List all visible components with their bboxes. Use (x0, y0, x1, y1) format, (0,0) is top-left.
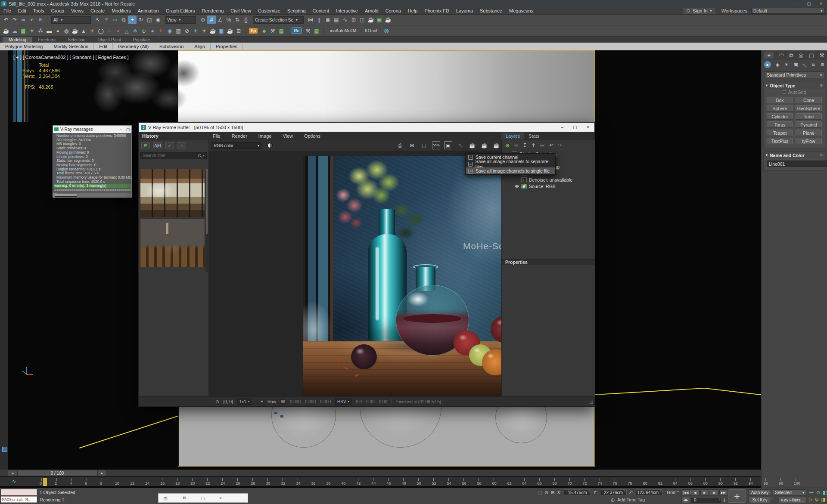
maximize-icon[interactable]: ▢ (201, 496, 205, 501)
teapot-primitive-icon[interactable]: ☕ (71, 27, 79, 35)
current-frame-field[interactable]: 0 (691, 497, 722, 503)
track-mouse-icon[interactable]: ↖ (456, 141, 464, 149)
y-coordinate-field[interactable]: 22.376cm (600, 489, 627, 495)
vfb-panel-tab[interactable]: Stats (524, 133, 544, 139)
select-and-move-icon[interactable]: + (128, 15, 137, 24)
history-scrollbar[interactable] (205, 169, 208, 272)
hsv-dropdown[interactable]: HSV ▾ (335, 399, 351, 405)
object-type-button[interactable]: Plane (796, 130, 822, 136)
ribbon-tab[interactable]: Object Paint (91, 37, 127, 43)
motion-capture-icon[interactable]: ◨ (821, 497, 825, 502)
ribbon-subtab[interactable]: Properties (211, 43, 243, 49)
quad-grid-icon[interactable]: ⊞ (234, 27, 243, 35)
shapes-icon[interactable]: ◈ (776, 62, 779, 68)
hierarchy-tab[interactable]: ⧉ (789, 52, 793, 59)
menu-item[interactable]: Corona (382, 8, 404, 13)
menu-item[interactable]: Animation (134, 8, 162, 13)
menu-item[interactable]: Civil View (227, 8, 254, 13)
selection-lock-icon[interactable]: ⊙ (816, 490, 820, 495)
create-tab[interactable]: + (764, 52, 774, 59)
vfb-menu-item[interactable]: Image (255, 133, 276, 139)
next-frame-arrow[interactable]: ▸ (97, 470, 107, 476)
grass-icon[interactable]: ψ (140, 27, 148, 35)
toolbar-plugin-label[interactable]: IDTool (361, 28, 381, 33)
layer-row[interactable]: ◐ Denoiser: unavailable (502, 176, 595, 183)
copy-icon[interactable]: ⧉ (183, 495, 186, 501)
ribbon-subtab[interactable]: Edit (94, 43, 113, 49)
box-primitive-icon[interactable]: ▬ (45, 27, 53, 35)
biped-icon[interactable]: ψ (815, 497, 818, 502)
isolate-selection-icon[interactable]: ⊶ (809, 490, 814, 495)
menu-item[interactable]: Rendering (199, 8, 227, 13)
utilities-tab[interactable]: ⚒ (819, 52, 824, 59)
name-color-header[interactable]: ▾ Name and Color ⊙ (764, 152, 825, 158)
menu-item[interactable]: Customize (255, 8, 284, 13)
vfb-menu-item[interactable]: View (279, 133, 297, 139)
forest-tools-icon[interactable]: ⚒ (268, 27, 277, 35)
render-region-icon[interactable]: ☕ (492, 141, 501, 149)
selection-region-icon[interactable]: ⬚ (538, 490, 542, 495)
railclone-icon[interactable]: Rc (292, 28, 302, 34)
rendered-frame-window-icon[interactable]: ▣ (375, 15, 384, 24)
display-tab[interactable]: ▢ (809, 52, 814, 59)
maximize-button[interactable]: ▢ (803, 1, 815, 6)
menu-item[interactable]: Phoenix FD (421, 8, 452, 13)
undo-icon[interactable]: ↶ (2, 15, 10, 24)
layer-undo-icon[interactable]: ↶ (549, 142, 553, 148)
use-pivot-center-icon[interactable]: ⊕ (199, 15, 207, 24)
light-lister-icon[interactable]: ☀ (28, 27, 36, 35)
geosphere-primitive-icon[interactable]: ◍ (62, 27, 71, 35)
save-menu-item[interactable]: ≡ Save all image channels to separate fi… (466, 161, 555, 167)
go-to-end-button[interactable]: ▶▶| (719, 489, 728, 496)
menu-item[interactable]: Modifiers (108, 8, 134, 13)
history-ab-compare-icon[interactable]: A|B (153, 142, 162, 149)
render-setup-icon[interactable]: ☕ (367, 15, 375, 24)
ribbon-subtab[interactable]: Geometry (All) (113, 43, 154, 49)
menu-item[interactable]: Content (309, 8, 333, 13)
teapot-drop-icon[interactable]: ☕ (226, 27, 234, 35)
set-key-filter-icon[interactable]: ⌒ (769, 497, 774, 503)
select-and-rotate-icon[interactable]: ↻ (137, 15, 145, 24)
multi-id-gear-icon[interactable]: ⊛ (382, 27, 391, 35)
railclone-list-icon[interactable]: ▤ (312, 27, 321, 35)
region-render-icon[interactable]: ⬚ (420, 141, 428, 149)
menu-item[interactable]: Create (87, 8, 108, 13)
vfb-menu-item[interactable]: Render (228, 133, 251, 139)
lattice-icon[interactable]: △ (122, 27, 131, 35)
named-selection-dropdown[interactable]: Create Selection Se▾ (253, 16, 304, 24)
ribbon-subtab[interactable]: Align (189, 43, 210, 49)
zoom-50-icon[interactable]: 50% (432, 141, 440, 149)
view-corrections-icon[interactable] (267, 143, 273, 148)
forest-trees-icon[interactable]: ♣ (260, 27, 268, 35)
render-production-icon[interactable]: ☕ (384, 15, 392, 24)
named-selection-sets-icon[interactable]: {} (242, 15, 250, 24)
layer-list-icon[interactable]: ≔ (540, 142, 545, 148)
history-save-icon[interactable]: ⊞ (141, 142, 150, 149)
object-type-button[interactable]: Cylinder (767, 113, 793, 120)
save-menu-item[interactable]: ≡ Save all image channels to single file (466, 167, 555, 174)
object-type-button[interactable]: Cone (796, 97, 822, 103)
ribbon-tab[interactable]: Selection (62, 37, 91, 43)
close-button[interactable]: × (815, 1, 827, 6)
x-coordinate-field[interactable]: -15.475cm (564, 489, 591, 495)
channel-dropdown[interactable]: RGB color ▾ (211, 142, 261, 149)
layer-add-icon[interactable]: ⊕ (505, 142, 510, 148)
menu-item[interactable]: Substance (476, 8, 506, 13)
horizontal-scrollbar[interactable]: ◂ (53, 193, 131, 197)
mirror-bone-icon[interactable]: ◧ (823, 490, 827, 495)
unlink-selection-icon[interactable]: ≁ (28, 15, 36, 24)
object-name-input[interactable] (767, 161, 827, 167)
layer-delete-icon[interactable]: ⊗ (514, 142, 518, 148)
sphere-primitive-icon[interactable]: ◕ (53, 27, 62, 35)
ribbon-tab[interactable]: Freeform (32, 37, 62, 43)
ribbon-subtab[interactable]: Polygon Modeling (0, 43, 48, 49)
mirror-icon[interactable]: ⋈ (306, 15, 315, 24)
material-editor-icon[interactable]: ◫ (358, 15, 367, 24)
close-icon[interactable]: × (219, 496, 222, 501)
ribbon-tab[interactable]: Populate (127, 37, 156, 43)
cone-primitive-icon[interactable]: ▲ (79, 27, 88, 35)
vfb-titlebar[interactable]: 3 V-Ray Frame Buffer - [50.0% of 1500 x … (139, 123, 594, 132)
toolbar-plugin-label[interactable]: inaAutoMultM (326, 28, 361, 33)
clipboard-icon[interactable]: ▥ (174, 27, 183, 35)
object-type-button[interactable]: Teapot (767, 130, 793, 136)
